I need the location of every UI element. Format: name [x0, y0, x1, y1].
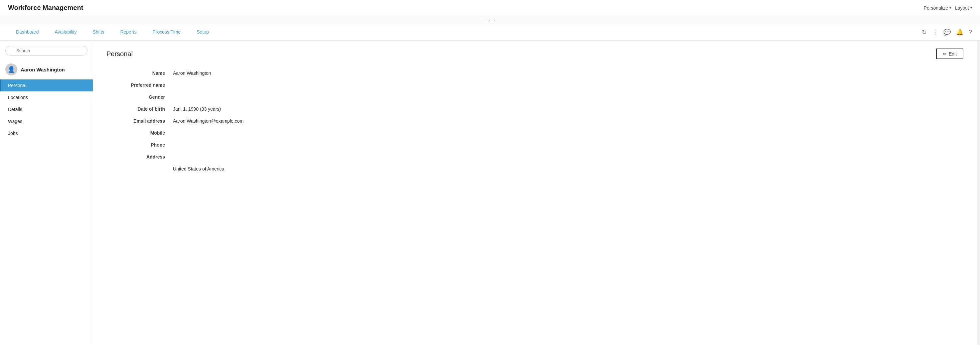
sidebar-item-jobs[interactable]: Jobs [0, 127, 93, 139]
section-title: Personal [107, 50, 133, 58]
personal-header: Personal ✏ Edit [107, 49, 963, 59]
app-title: Workforce Management [8, 4, 83, 12]
nav-tabs: Dashboard Availability Shifts Reports Pr… [8, 25, 922, 40]
drag-handle: ⋮⋮⋮ [0, 16, 980, 25]
more-options-button[interactable]: ⋮ [932, 28, 938, 36]
avatar: 👤 [5, 63, 17, 76]
table-row: Address [107, 151, 372, 163]
table-row: Mobile [107, 127, 372, 139]
field-label-gender: Gender [107, 94, 173, 100]
personalize-button[interactable]: Personalize ▾ [924, 5, 951, 11]
top-bar-actions: Personalize ▾ Layout ▾ [924, 5, 972, 11]
sidebar-item-personal[interactable]: Personal [0, 79, 93, 92]
top-bar: Workforce Management Personalize ▾ Layou… [0, 0, 980, 16]
scrollbar[interactable] [977, 41, 980, 345]
table-row: United States of America [107, 163, 372, 175]
nav-bar: Dashboard Availability Shifts Reports Pr… [0, 25, 980, 41]
field-label-country [107, 166, 173, 171]
field-label-phone: Phone [107, 142, 173, 147]
tab-dashboard[interactable]: Dashboard [8, 25, 47, 40]
edit-button[interactable]: ✏ Edit [936, 49, 963, 59]
field-label-dob: Date of birth [107, 106, 173, 112]
tab-availability[interactable]: Availability [47, 25, 85, 40]
table-row: Date of birth Jan. 1, 1990 (33 years) [107, 103, 372, 115]
layout-button[interactable]: Layout ▾ [955, 5, 972, 11]
content-area: Personal ✏ Edit Name Aaron Washington Pr… [93, 41, 977, 345]
table-row: Phone [107, 139, 372, 151]
sidebar-item-details[interactable]: Details [0, 103, 93, 116]
user-row: 👤 Aaron Washington [0, 61, 93, 79]
user-name: Aaron Washington [21, 67, 65, 73]
tab-shifts[interactable]: Shifts [84, 25, 112, 40]
main-layout: 🔍 👤 Aaron Washington Personal Locations … [0, 41, 980, 345]
tab-setup[interactable]: Setup [189, 25, 217, 40]
table-row: Preferred name [107, 79, 372, 91]
field-label-mobile: Mobile [107, 130, 173, 136]
table-row: Name Aaron Washington [107, 67, 372, 79]
edit-pencil-icon: ✏ [943, 51, 947, 57]
search-input[interactable] [5, 46, 88, 55]
field-label-name: Name [107, 70, 173, 76]
field-label-address: Address [107, 154, 173, 160]
nav-bar-icons: ↻ ⋮ 💬 🔔 ? [922, 28, 972, 36]
layout-chevron-icon: ▾ [970, 6, 972, 9]
sidebar-item-locations[interactable]: Locations [0, 92, 93, 103]
sidebar: 🔍 👤 Aaron Washington Personal Locations … [0, 41, 93, 345]
table-row: Email address Aaron.Washington@example.c… [107, 115, 372, 127]
field-value-dob: Jan. 1, 1990 (33 years) [173, 106, 221, 112]
field-value-name: Aaron Washington [173, 70, 211, 76]
field-value-email: Aaron.Washington@example.com [173, 118, 243, 123]
chat-button[interactable]: 💬 [943, 28, 951, 36]
search-wrap: 🔍 [0, 46, 93, 61]
info-table: Name Aaron Washington Preferred name Gen… [107, 67, 372, 175]
notifications-button[interactable]: 🔔 [956, 28, 963, 36]
personalize-chevron-icon: ▾ [950, 6, 951, 9]
sidebar-item-wages[interactable]: Wages [0, 116, 93, 127]
tab-reports[interactable]: Reports [112, 25, 144, 40]
table-row: Gender [107, 91, 372, 103]
avatar-icon: 👤 [8, 66, 15, 73]
field-value-country: United States of America [173, 166, 224, 171]
field-label-email: Email address [107, 118, 173, 123]
tab-process-time[interactable]: Process Time [144, 25, 189, 40]
field-label-preferred-name: Preferred name [107, 82, 173, 88]
refresh-button[interactable]: ↻ [922, 28, 927, 36]
help-button[interactable]: ? [969, 29, 972, 36]
